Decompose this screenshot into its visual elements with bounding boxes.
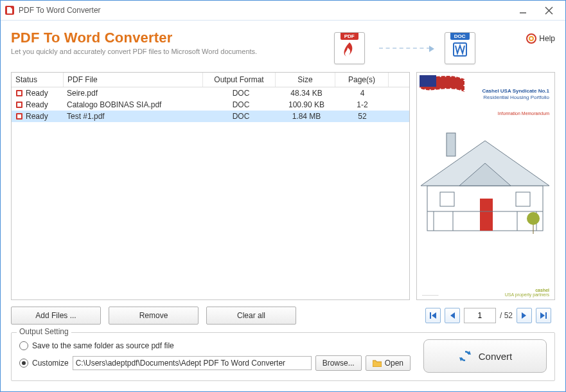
- table-body: ReadySeire.pdfDOC48.34 KB4ReadyCatalogo …: [12, 87, 409, 299]
- prev-page-button[interactable]: [445, 308, 460, 323]
- file-table: Status PDF File Output Format Size Page(…: [11, 72, 410, 300]
- svg-rect-18: [480, 199, 493, 231]
- svg-marker-31: [522, 312, 526, 319]
- pdf-file-icon: [15, 112, 23, 120]
- cell-pages: 4: [336, 87, 389, 99]
- app-window: PDF To Word Converter PDF To Word Conver…: [0, 0, 566, 392]
- radio-icon: [19, 359, 28, 368]
- folder-icon: [373, 359, 382, 367]
- output-legend: Output Setting: [17, 327, 71, 336]
- browse-button[interactable]: Browse...: [315, 355, 362, 371]
- col-format[interactable]: Output Format: [203, 73, 276, 87]
- svg-rect-12: [17, 114, 21, 118]
- svg-point-27: [527, 212, 540, 225]
- pdf-file-icon: [15, 89, 23, 97]
- cell-file: Seire.pdf: [63, 87, 205, 99]
- preview-info: Information Memorandum: [498, 111, 549, 116]
- titlebar: PDF To Word Converter: [1, 1, 565, 21]
- svg-rect-33: [545, 312, 547, 319]
- close-button[interactable]: [536, 3, 562, 17]
- output-setting-group: Output Setting Save to the same folder a…: [11, 332, 555, 381]
- flag-graphic: [420, 75, 464, 103]
- table-row[interactable]: ReadyTest #1.pdfDOC1.84 MB52: [12, 111, 409, 122]
- cell-format: DOC: [205, 87, 277, 99]
- open-folder-button[interactable]: Open: [366, 355, 411, 371]
- cell-size: 100.90 KB: [277, 99, 336, 111]
- convert-label: Convert: [479, 351, 513, 362]
- cell-size: 48.34 KB: [277, 87, 336, 99]
- table-row[interactable]: ReadySeire.pdfDOC48.34 KB4: [12, 87, 409, 99]
- col-pages[interactable]: Page(s): [335, 73, 389, 87]
- svg-rect-8: [17, 91, 21, 95]
- help-icon: [526, 33, 536, 44]
- svg-rect-28: [430, 312, 431, 319]
- help-button[interactable]: Help: [526, 33, 555, 44]
- first-page-button[interactable]: [425, 308, 441, 323]
- minimize-button[interactable]: [510, 3, 536, 17]
- page-number-input[interactable]: [464, 308, 496, 323]
- table-header: Status PDF File Output Format Size Page(…: [12, 73, 409, 87]
- customize-label: Customize: [32, 359, 69, 368]
- cell-status: Ready: [12, 87, 63, 99]
- page-subtitle: Let you quickly and accurately convert P…: [11, 48, 257, 55]
- app-icon: [4, 5, 15, 15]
- col-status[interactable]: Status: [12, 73, 64, 87]
- svg-marker-32: [540, 312, 545, 319]
- svg-rect-19: [440, 192, 454, 206]
- cell-pages: 52: [336, 111, 389, 122]
- arrow-icon: [379, 48, 430, 49]
- same-folder-option[interactable]: Save to the same folder as source pdf fi…: [19, 341, 411, 350]
- customize-option[interactable]: Customize Browse... Open: [19, 355, 411, 371]
- page-total: / 52: [500, 311, 513, 320]
- house-graphic: [421, 128, 549, 237]
- refresh-icon: [458, 349, 472, 363]
- table-row[interactable]: ReadyCatalogo BOBINAS SIA.pdfDOC100.90 K…: [12, 99, 409, 111]
- svg-rect-20: [516, 192, 530, 206]
- preview-pager: / 52: [425, 308, 551, 323]
- preview-footer-left: ──────: [422, 293, 439, 297]
- conversion-graphic: PDF DOC: [334, 32, 475, 64]
- clear-all-button[interactable]: Clear all: [206, 307, 296, 325]
- cell-status: Ready: [12, 111, 63, 122]
- same-folder-label: Save to the same folder as source pdf fi…: [32, 341, 174, 350]
- cell-status: Ready: [12, 99, 63, 111]
- svg-rect-10: [17, 103, 21, 107]
- svg-rect-13: [420, 75, 436, 87]
- convert-button[interactable]: Convert: [423, 339, 547, 373]
- svg-marker-30: [450, 312, 455, 319]
- pdf-file-icon: [15, 101, 23, 109]
- last-page-button[interactable]: [536, 308, 551, 323]
- radio-icon: [19, 341, 28, 350]
- page-title: PDF To Word Converter: [11, 30, 257, 46]
- output-path-input[interactable]: [73, 356, 312, 370]
- preview-footer-right: cashel USA property partners: [505, 288, 549, 297]
- cell-pages: 1-2: [336, 99, 389, 111]
- remove-button[interactable]: Remove: [109, 307, 199, 325]
- add-files-button[interactable]: Add Files ...: [11, 307, 101, 325]
- preview-title: Cashel USA Syndicate No.1 Residential Ho…: [482, 88, 549, 100]
- next-page-button[interactable]: [517, 308, 532, 323]
- svg-marker-29: [432, 312, 436, 319]
- col-size[interactable]: Size: [276, 73, 335, 87]
- svg-point-6: [529, 37, 533, 40]
- pdf-icon: PDF: [334, 32, 365, 64]
- col-file[interactable]: PDF File: [64, 73, 203, 87]
- doc-icon: DOC: [445, 32, 475, 64]
- cell-file: Catalogo BOBINAS SIA.pdf: [63, 99, 205, 111]
- header: PDF To Word Converter Let you quickly an…: [11, 30, 555, 64]
- file-toolbar: Add Files ... Remove Clear all / 52: [11, 307, 555, 325]
- preview-pane: Cashel USA Syndicate No.1 Residential Ho…: [416, 72, 555, 300]
- window-title: PDF To Word Converter: [19, 6, 510, 15]
- cell-format: DOC: [205, 111, 277, 122]
- help-label: Help: [539, 34, 555, 43]
- cell-size: 1.84 MB: [277, 111, 336, 122]
- cell-file: Test #1.pdf: [63, 111, 205, 122]
- cell-format: DOC: [205, 99, 277, 111]
- svg-rect-17: [447, 133, 455, 156]
